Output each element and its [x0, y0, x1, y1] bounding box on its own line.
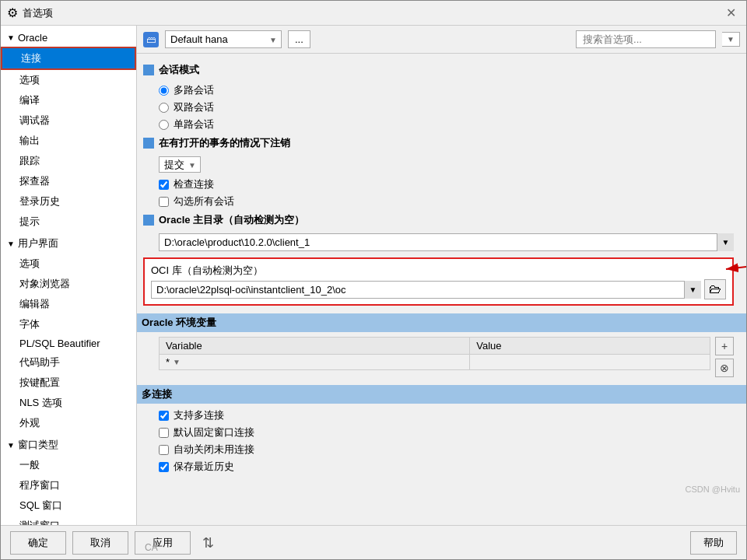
check-connection-label: 检查连接: [174, 177, 214, 191]
main-window: ⚙ 首选项 ✕ ▼ Oracle 连接 选项 编译 调试器 输出 跟踪 探查器 …: [0, 0, 747, 560]
multi-connect-header: 多连接: [137, 385, 746, 404]
title-bar: ⚙ 首选项 ✕: [1, 1, 746, 26]
oci-lib-input-wrapper: ▼: [151, 281, 701, 299]
sidebar-item-code-assistant[interactable]: 代码助手: [1, 352, 136, 373]
sidebar-item-general[interactable]: 一般: [1, 455, 136, 475]
radio-dual-session[interactable]: 双路会话: [159, 100, 734, 114]
session-mode-header: 会话模式: [143, 63, 734, 77]
sidebar-item-test-window[interactable]: 测试窗口: [1, 516, 136, 525]
sidebar-group-window-type-label: 窗口类型: [18, 438, 58, 452]
support-multi-row[interactable]: 支持多连接: [159, 408, 734, 422]
sidebar-item-program-window[interactable]: 程序窗口: [1, 475, 136, 495]
search-dropdown-icon[interactable]: ▼: [722, 32, 740, 47]
help-button[interactable]: 帮助: [690, 531, 737, 555]
sidebar-item-profiler[interactable]: 探查器: [1, 171, 136, 191]
oracle-home-title: Oracle 主目录（自动检测为空）: [159, 213, 304, 227]
radio-multi-session[interactable]: 多路会话: [159, 83, 734, 97]
sidebar-item-options[interactable]: 选项: [1, 70, 136, 90]
ok-button[interactable]: 确定: [10, 531, 66, 555]
close-button[interactable]: ✕: [721, 4, 740, 23]
oci-lib-dropdown-arrow[interactable]: ▼: [684, 281, 701, 299]
cancel-button[interactable]: 取消: [72, 531, 128, 555]
sidebar-item-ui-options[interactable]: 选项: [1, 254, 136, 274]
default-fixed-row[interactable]: 默认固定窗口连接: [159, 425, 734, 439]
check-connection-row[interactable]: 检查连接: [159, 177, 734, 191]
chevron-down-icon: ▼: [7, 240, 15, 248]
search-input[interactable]: [576, 30, 716, 48]
commit-title: 在有打开的事务的情况下注销: [159, 136, 290, 150]
sidebar-item-beautifier[interactable]: PL/SQL Beautifier: [1, 334, 136, 352]
sidebar-item-appearance[interactable]: 外观: [1, 413, 136, 433]
multi-connect-title: 多连接: [142, 388, 172, 400]
radio-single-session[interactable]: 单路会话: [159, 117, 734, 131]
sidebar-item-login-history[interactable]: 登录历史: [1, 191, 136, 212]
oracle-home-field: ▼: [159, 233, 734, 251]
sidebar-group-oracle-label: Oracle: [18, 32, 47, 44]
connection-select[interactable]: Default hana: [165, 30, 282, 48]
table-row: * ▼: [160, 355, 710, 370]
commit-select[interactable]: 提交: [159, 156, 201, 173]
oracle-home-row: ▼: [159, 233, 734, 251]
sidebar-item-nls[interactable]: NLS 选项: [1, 393, 136, 413]
sidebar: ▼ Oracle 连接 选项 编译 调试器 输出 跟踪 探查器 登录历史 提示 …: [1, 26, 137, 525]
oracle-home-input[interactable]: [159, 233, 734, 251]
sidebar-item-sql-window[interactable]: SQL 窗口: [1, 495, 136, 516]
sidebar-item-hints[interactable]: 提示: [1, 212, 136, 232]
content-scroll: 会话模式 多路会话 双路会话: [137, 54, 746, 525]
sidebar-group-window-type-header[interactable]: ▼ 窗口类型: [1, 435, 136, 455]
oracle-home-dropdown-arrow[interactable]: ▼: [717, 233, 734, 251]
sidebar-item-keybinding[interactable]: 按键配置: [1, 373, 136, 393]
select-all-sessions-checkbox[interactable]: [159, 197, 169, 207]
oci-lib-row: ▼ 🗁: [151, 279, 726, 299]
sidebar-item-font[interactable]: 字体: [1, 314, 136, 334]
commit-icon: [143, 138, 154, 149]
oci-lib-input[interactable]: [151, 281, 701, 299]
oci-lib-folder-button[interactable]: 🗁: [704, 279, 726, 299]
support-multi-label: 支持多连接: [174, 408, 224, 422]
sidebar-group-ui-header[interactable]: ▼ 用户界面: [1, 233, 136, 254]
auto-close-checkbox[interactable]: [159, 445, 169, 455]
radio-single-session-label: 单路会话: [174, 117, 214, 131]
chevron-down-icon: ▼: [7, 33, 15, 42]
save-history-checkbox[interactable]: [159, 462, 169, 472]
title-icon: ⚙: [7, 5, 18, 20]
connection-select-wrapper[interactable]: Default hana: [165, 30, 282, 48]
sidebar-item-connect[interactable]: 连接: [1, 47, 136, 70]
check-connection-section: 检查连接 勾选所有会话: [143, 177, 734, 208]
sidebar-item-output[interactable]: 输出: [1, 131, 136, 151]
table-side-buttons: + ⊗: [715, 337, 734, 377]
add-env-button[interactable]: +: [715, 337, 734, 355]
remove-env-button[interactable]: ⊗: [715, 359, 734, 377]
footer: 确定 取消 应用 ⇅ 帮助: [1, 525, 746, 559]
ca-label: CA: [145, 542, 158, 553]
sort-button[interactable]: ⇅: [197, 532, 219, 554]
sidebar-item-compile[interactable]: 编译: [1, 90, 136, 110]
oracle-home-header: Oracle 主目录（自动检测为空）: [143, 213, 734, 227]
save-history-row[interactable]: 保存最近历史: [159, 460, 734, 474]
session-mode-section: 会话模式 多路会话 双路会话: [143, 63, 734, 131]
env-row-variable[interactable]: * ▼: [160, 355, 470, 370]
top-bar: 🗃 Default hana ... ▼: [137, 26, 746, 54]
sidebar-group-oracle-header[interactable]: ▼ Oracle: [1, 29, 136, 47]
env-table-container: Variable Value *: [159, 337, 710, 373]
commit-select-wrapper[interactable]: 提交: [159, 156, 201, 173]
session-mode-icon: [143, 65, 154, 75]
default-fixed-checkbox[interactable]: [159, 428, 169, 438]
env-row-dropdown[interactable]: ▼: [173, 358, 181, 366]
support-multi-checkbox[interactable]: [159, 411, 169, 421]
select-all-sessions-row[interactable]: 勾选所有会话: [159, 194, 734, 208]
ellipsis-button[interactable]: ...: [288, 30, 310, 48]
env-row-value[interactable]: [470, 355, 710, 370]
check-connection-checkbox[interactable]: [159, 180, 169, 190]
env-table-col-variable: Variable: [160, 338, 470, 355]
sidebar-item-trace[interactable]: 跟踪: [1, 151, 136, 171]
auto-close-row[interactable]: 自动关闭未用连接: [159, 443, 734, 457]
apply-button[interactable]: 应用: [135, 531, 191, 555]
oracle-home-section: Oracle 主目录（自动检测为空） ▼: [143, 213, 734, 251]
env-table: Variable Value *: [159, 337, 710, 370]
default-fixed-label: 默认固定窗口连接: [174, 425, 254, 439]
sidebar-item-object-browser[interactable]: 对象浏览器: [1, 274, 136, 294]
sidebar-item-debugger[interactable]: 调试器: [1, 110, 136, 131]
right-panel: 🗃 Default hana ... ▼ 会话模式: [137, 26, 746, 525]
sidebar-item-editor[interactable]: 编辑器: [1, 294, 136, 314]
